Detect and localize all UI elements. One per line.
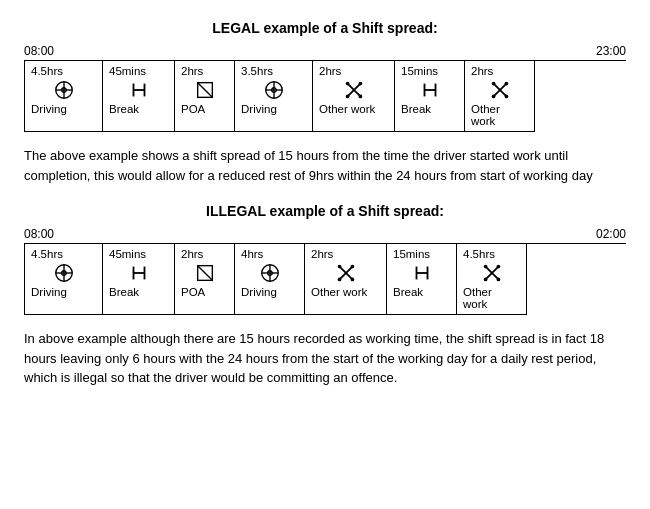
legal-cell-7-label: Otherwork [471,103,500,127]
legal-section: LEGAL example of a Shift spread: 08:00 2… [24,20,626,185]
illegal-cell-1-label: Driving [31,286,67,298]
illegal-cell-3-label: POA [181,286,205,298]
break-icon-3 [109,262,168,284]
illegal-cell-7-duration: 4.5hrs [463,248,495,260]
illegal-title-text: ILLEGAL example of a Shift spread: [206,203,444,219]
illegal-cell-3: 2hrs POA [175,244,235,315]
otherwork-icon-3 [311,262,380,284]
illegal-cell-6-duration: 15mins [393,248,430,260]
illegal-shift-table: 4.5hrs Driving 45mins Break 2hrs POA [24,243,626,315]
legal-cell-2-label: Break [109,103,139,115]
legal-time-start: 08:00 [24,44,54,58]
illegal-cell-6-label: Break [393,286,423,298]
legal-cell-1-duration: 4.5hrs [31,65,63,77]
legal-cell-7-duration: 2hrs [471,65,493,77]
illegal-time-row: 08:00 02:00 [24,227,626,241]
legal-shift-table: 4.5hrs Driving 45mins Break 2hrs POA [24,60,626,132]
legal-cell-2-duration: 45mins [109,65,146,77]
legal-cell-6: 15mins Break [395,61,465,132]
legal-time-end: 23:00 [596,44,626,58]
legal-cell-3-duration: 2hrs [181,65,203,77]
otherwork-icon-4 [463,262,520,284]
legal-cell-2: 45mins Break [103,61,175,132]
legal-description: The above example shows a shift spread o… [24,146,626,185]
driving-icon-2 [241,79,306,101]
otherwork-icon-2 [471,79,528,101]
legal-cell-6-duration: 15mins [401,65,438,77]
legal-time-row: 08:00 23:00 [24,44,626,58]
legal-cell-4-label: Driving [241,103,277,115]
driving-icon-1 [31,79,96,101]
illegal-cell-3-duration: 2hrs [181,248,203,260]
otherwork-icon-1 [319,79,388,101]
legal-cell-4-duration: 3.5hrs [241,65,273,77]
page-container: LEGAL example of a Shift spread: 08:00 2… [24,20,626,388]
driving-icon-3 [31,262,96,284]
illegal-cell-4: 4hrs Driving [235,244,305,315]
legal-cell-7: 2hrs Otherwork [465,61,535,132]
legal-cell-1-label: Driving [31,103,67,115]
poa-icon-1 [181,79,228,101]
illegal-cell-4-duration: 4hrs [241,248,263,260]
illegal-cell-1-duration: 4.5hrs [31,248,63,260]
illegal-time-end: 02:00 [596,227,626,241]
illegal-time-start: 08:00 [24,227,54,241]
illegal-cell-6: 15mins Break [387,244,457,315]
legal-cell-3-label: POA [181,103,205,115]
illegal-cell-2-label: Break [109,286,139,298]
illegal-cell-1: 4.5hrs Driving [25,244,103,315]
legal-cell-6-label: Break [401,103,431,115]
illegal-section: ILLEGAL example of a Shift spread: 08:00… [24,203,626,388]
break-icon-2 [401,79,458,101]
illegal-cell-2-duration: 45mins [109,248,146,260]
legal-cell-5: 2hrs Other work [313,61,395,132]
legal-title: LEGAL example of a Shift spread: [24,20,626,36]
legal-cell-1: 4.5hrs Driving [25,61,103,132]
illegal-cell-5: 2hrs Other work [305,244,387,315]
break-icon-1 [109,79,168,101]
illegal-cell-7-label: Otherwork [463,286,492,310]
legal-cell-3: 2hrs POA [175,61,235,132]
illegal-cell-2: 45mins Break [103,244,175,315]
illegal-cell-4-label: Driving [241,286,277,298]
illegal-cell-5-label: Other work [311,286,367,298]
legal-cell-5-duration: 2hrs [319,65,341,77]
illegal-cell-7: 4.5hrs Otherwork [457,244,527,315]
legal-cell-4: 3.5hrs Driving [235,61,313,132]
poa-icon-2 [181,262,228,284]
break-icon-4 [393,262,450,284]
illegal-cell-5-duration: 2hrs [311,248,333,260]
legal-cell-5-label: Other work [319,103,375,115]
driving-icon-4 [241,262,298,284]
illegal-title: ILLEGAL example of a Shift spread: [24,203,626,219]
illegal-description: In above example although there are 15 h… [24,329,626,388]
